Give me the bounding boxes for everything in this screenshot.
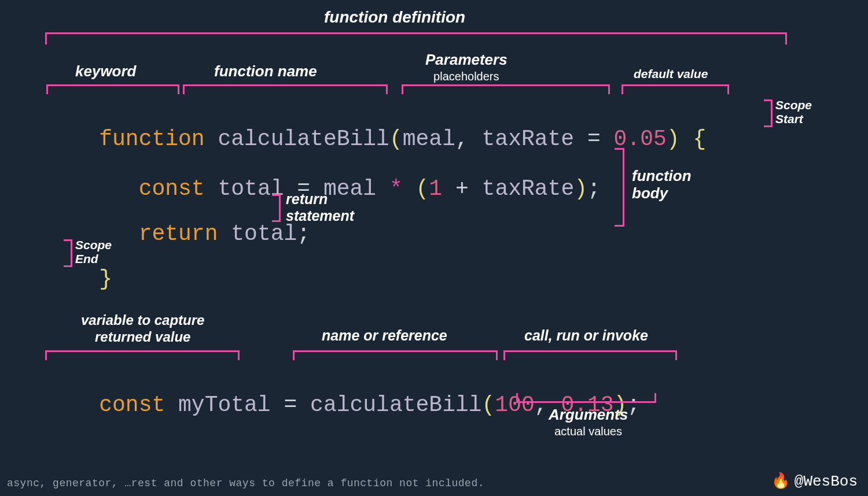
token-eq: = xyxy=(587,127,614,151)
token-call-name: calculateBill xyxy=(310,393,481,417)
credit-handle: @WesBos xyxy=(795,473,858,490)
label-variable-capture: variable to capture returned value xyxy=(81,312,204,346)
label-scope-start: Scope Start xyxy=(775,98,812,126)
label-function-definition: function definition xyxy=(324,8,465,27)
token-function-name: calculateBill xyxy=(218,127,389,151)
label-keyword: keyword xyxy=(75,62,137,80)
token-eq-5: = xyxy=(284,393,310,417)
label-arguments-text: Arguments xyxy=(549,406,628,423)
token-open-paren-5: ( xyxy=(482,393,495,417)
bracket-default-value xyxy=(621,84,729,94)
bracket-keyword xyxy=(46,84,179,94)
token-plus: + xyxy=(455,176,482,201)
label-default-value: default value xyxy=(634,67,708,81)
bracket-scope-start xyxy=(764,99,773,127)
credit: 🔥@WesBos xyxy=(771,472,858,490)
token-return: return xyxy=(139,221,231,246)
bracket-variable-capture xyxy=(45,350,240,360)
bracket-scope-end xyxy=(64,239,72,267)
token-one: 1 xyxy=(429,176,455,201)
label-return-statement: return statement xyxy=(286,191,354,224)
token-function-keyword: function xyxy=(99,127,218,151)
footer-note: async, generator, …rest and other ways t… xyxy=(7,478,484,489)
token-close-paren-2: ) xyxy=(574,176,587,201)
label-arguments-sub: actual values xyxy=(549,425,628,438)
bracket-function-definition xyxy=(45,32,787,45)
token-semi-3: ; xyxy=(297,221,310,246)
token-open-paren: ( xyxy=(389,127,403,151)
label-scope-end: Scope End xyxy=(75,238,112,266)
token-param-taxrate: taxRate xyxy=(482,127,587,151)
label-call-invoke: call, run or invoke xyxy=(524,327,648,344)
token-const-2: const xyxy=(99,393,178,417)
label-parameters-sub: placeholders xyxy=(425,70,507,83)
token-total-ref: total xyxy=(231,221,297,246)
token-param-meal: meal xyxy=(403,127,455,151)
bracket-parameters xyxy=(402,84,610,94)
bracket-call-invoke xyxy=(503,350,677,360)
token-open-brace: { xyxy=(693,127,706,151)
token-close-paren: ) xyxy=(667,127,693,151)
token-open-paren-2: ( xyxy=(416,176,429,201)
label-parameters-text: Parameters xyxy=(425,51,507,68)
fire-icon: 🔥 xyxy=(771,472,790,490)
bracket-name-reference xyxy=(293,350,498,360)
token-mytotal: myTotal xyxy=(178,393,284,417)
label-function-body: function body xyxy=(632,168,692,202)
token-taxrate-ref: taxRate xyxy=(482,176,575,201)
label-arguments: Arguments actual values xyxy=(549,406,628,438)
label-name-reference: name or reference xyxy=(322,327,447,344)
token-comma: , xyxy=(455,127,482,151)
token-star: * xyxy=(389,176,416,201)
label-parameters: Parameters placeholders xyxy=(425,51,507,83)
token-close-brace: } xyxy=(99,266,112,291)
bracket-function-body xyxy=(615,148,624,227)
label-function-name: function name xyxy=(214,62,317,80)
token-semi-2: ; xyxy=(587,176,601,201)
bracket-function-name xyxy=(183,84,388,94)
bracket-return-statement xyxy=(272,194,281,222)
bracket-arguments xyxy=(516,393,656,403)
